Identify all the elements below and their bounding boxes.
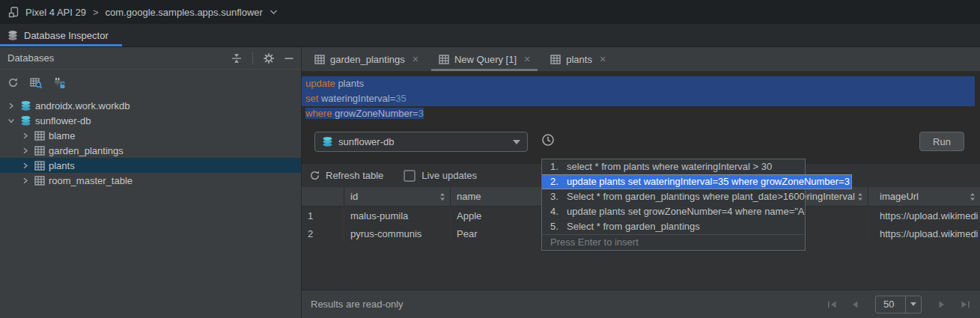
- sql-editor[interactable]: update plants set wateringInterval=35 wh…: [302, 71, 980, 122]
- databases-toolbar: [0, 70, 301, 96]
- column-header-image-url[interactable]: imageUrl: [868, 187, 980, 206]
- history-item-4[interactable]: 4.update plants set growZoneNumber=4 whe…: [542, 204, 805, 219]
- tab-new-query-1[interactable]: New Query [1] ×: [431, 47, 538, 71]
- refresh-table-label: Refresh table: [326, 170, 383, 181]
- sort-updown-icon[interactable]: [970, 192, 976, 201]
- gear-icon[interactable]: [263, 52, 275, 64]
- next-page-button[interactable]: [937, 299, 947, 310]
- first-page-button[interactable]: [827, 299, 837, 310]
- image-url-cell[interactable]: https://upload.wikimedi: [868, 224, 980, 242]
- history-item-text: Select * from garden_plantings where pla…: [567, 191, 805, 202]
- database-selector[interactable]: sunflower-db: [314, 132, 528, 152]
- sql-token: growZoneNumber=: [332, 108, 418, 119]
- chevron-down-icon: [905, 296, 921, 313]
- tab-label: Database Inspector: [24, 30, 109, 41]
- minimize-icon[interactable]: [284, 54, 293, 63]
- device-name: Pixel 4 API 29: [25, 7, 86, 18]
- sql-token: wateringInterval=: [318, 93, 395, 104]
- column-label: name: [457, 191, 481, 202]
- databases-panel-header: Databases: [0, 47, 301, 70]
- database-selector-value: sunflower-db: [338, 136, 394, 147]
- query-history-popup: 1.select * from plants where wateringInt…: [541, 159, 806, 251]
- sort-updown-icon[interactable]: [439, 192, 445, 201]
- tree-item-blame[interactable]: blame: [0, 128, 301, 143]
- tree-item-garden-plantings[interactable]: garden_plantings: [0, 143, 301, 158]
- panel-title: Databases: [7, 52, 54, 64]
- table-icon: [550, 55, 561, 64]
- refresh-icon[interactable]: [7, 77, 19, 88]
- history-item-number: 5.: [550, 219, 561, 234]
- chevron-down-icon[interactable]: [6, 115, 16, 126]
- query-history-button[interactable]: [541, 133, 555, 147]
- chevron-right-icon[interactable]: [20, 160, 31, 171]
- table-icon: [34, 146, 45, 156]
- database-inspector-window: Pixel 4 API 29 > com.google.samples.apps…: [0, 0, 980, 318]
- row-number-cell: 2: [302, 224, 344, 242]
- tree-item-plants[interactable]: plants: [0, 158, 301, 173]
- query-controls: sunflower-db Run: [302, 122, 980, 163]
- tab-garden-plantings[interactable]: garden_plantings ×: [307, 47, 426, 71]
- tab-label: garden_plantings: [330, 54, 405, 65]
- history-item-2-selected[interactable]: 2.update plants set wateringInterval=35 …: [542, 174, 852, 189]
- chevron-right-icon[interactable]: [20, 130, 31, 141]
- chevron-down-icon[interactable]: [270, 9, 278, 15]
- table-icon: [34, 131, 45, 141]
- close-tab-icon[interactable]: ×: [600, 54, 606, 64]
- active-tab-underline: [0, 44, 122, 46]
- run-button[interactable]: Run: [919, 132, 964, 151]
- refresh-table-button[interactable]: Refresh table: [309, 170, 383, 181]
- history-item-number: 3.: [550, 189, 561, 204]
- id-cell[interactable]: malus-pumila: [344, 207, 451, 224]
- sql-token: set: [305, 93, 318, 104]
- last-page-button[interactable]: [960, 299, 970, 310]
- history-item-1[interactable]: 1.select * from plants where wateringInt…: [542, 159, 805, 174]
- tab-plants[interactable]: plants ×: [543, 47, 613, 71]
- close-tab-icon[interactable]: ×: [524, 54, 530, 64]
- run-button-label: Run: [933, 136, 951, 147]
- live-updates-toggle[interactable]: Live updates: [404, 170, 477, 182]
- column-header-id[interactable]: id: [344, 187, 451, 206]
- page-size-value: 50: [876, 299, 905, 310]
- history-item-3[interactable]: 3.Select * from garden_plantings where p…: [542, 189, 805, 204]
- tab-database-inspector[interactable]: Database Inspector: [0, 24, 122, 46]
- history-item-text: update plants set wateringInterval=35 wh…: [567, 176, 850, 187]
- page-size-select[interactable]: 50: [875, 296, 922, 314]
- image-url-cell[interactable]: https://upload.wikimedi: [868, 207, 980, 224]
- table-icon: [34, 161, 45, 171]
- table-icon: [314, 55, 325, 64]
- chevron-right-icon[interactable]: [6, 100, 16, 111]
- tree-item-room-master-table[interactable]: room_master_table: [0, 173, 301, 188]
- database-icon: [20, 100, 31, 111]
- history-item-number: 2.: [550, 175, 561, 189]
- chevron-right-icon[interactable]: [20, 145, 31, 156]
- column-label: imageUrl: [880, 191, 919, 202]
- process-bar: Pixel 4 API 29 > com.google.samples.apps…: [0, 0, 980, 24]
- database-icon: [322, 136, 333, 147]
- history-item-5[interactable]: 5.Select * from garden_plantings: [542, 219, 805, 234]
- sql-line: set wateringInterval=35: [302, 91, 975, 106]
- popup-hint: Press Enter to insert: [542, 234, 805, 250]
- sql-line: where growZoneNumber=3: [302, 106, 980, 121]
- table-search-icon[interactable]: [30, 77, 43, 89]
- live-updates-checkbox[interactable]: [404, 170, 416, 182]
- column-header-rownum: [302, 187, 344, 206]
- tab-label: plants: [566, 54, 592, 65]
- previous-page-button[interactable]: [850, 299, 860, 310]
- live-updates-label: Live updates: [421, 170, 477, 181]
- id-cell[interactable]: pyrus-communis: [344, 224, 451, 242]
- table-icon: [439, 55, 449, 64]
- read-only-status: Results are read-only: [311, 299, 404, 310]
- databases-panel: Databases: [0, 47, 302, 318]
- results-status-bar: Results are read-only 50: [302, 290, 980, 318]
- close-tab-icon[interactable]: ×: [413, 54, 419, 64]
- database-icon: [7, 30, 18, 41]
- query-workspace: garden_plantings × New Query [1]: [302, 47, 980, 318]
- tree-item-sunflower-db[interactable]: sunflower-db: [0, 113, 301, 128]
- collapse-all-icon[interactable]: [231, 52, 243, 64]
- sort-updown-icon[interactable]: [857, 192, 863, 201]
- plug-unlock-icon[interactable]: [54, 77, 65, 89]
- tree-item-label: blame: [49, 130, 75, 141]
- chevron-right-icon[interactable]: [20, 175, 31, 186]
- history-item-text: select * from plants where wateringInter…: [567, 161, 772, 172]
- tree-item-androidx-work-workdb[interactable]: androidx.work.workdb: [0, 98, 301, 113]
